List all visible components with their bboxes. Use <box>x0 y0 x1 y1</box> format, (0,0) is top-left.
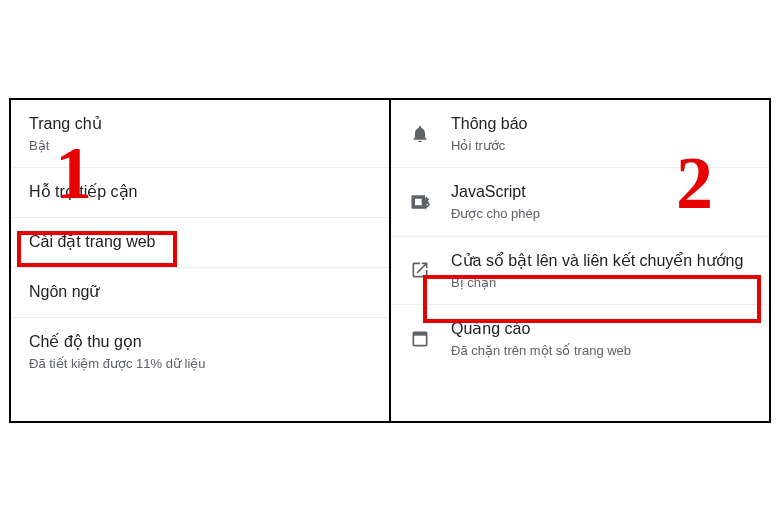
settings-item-accessibility[interactable]: Hỗ trợ tiếp cận <box>11 168 389 218</box>
item-title: Quảng cáo <box>451 319 753 340</box>
item-title: Hỗ trợ tiếp cận <box>29 182 373 203</box>
settings-item-language[interactable]: Ngôn ngữ <box>11 268 389 318</box>
ads-icon <box>409 328 431 350</box>
site-settings-pane-right: Thông báo Hỏi trước JavaScript Được cho … <box>391 100 769 421</box>
site-settings-item-javascript[interactable]: JavaScript Được cho phép <box>391 168 769 236</box>
instruction-figure: Trang chủ Bật Hỗ trợ tiếp cận Cài đặt tr… <box>9 98 771 423</box>
settings-pane-left: Trang chủ Bật Hỗ trợ tiếp cận Cài đặt tr… <box>11 100 391 421</box>
settings-item-site-settings[interactable]: Cài đặt trang web <box>11 218 389 268</box>
item-title: Cài đặt trang web <box>29 232 373 253</box>
settings-item-home[interactable]: Trang chủ Bật <box>11 100 389 168</box>
item-title: Chế độ thu gọn <box>29 332 373 353</box>
svg-rect-2 <box>413 332 426 335</box>
site-settings-item-popups[interactable]: Cửa sổ bật lên và liên kết chuyển hướng … <box>391 237 769 305</box>
popup-icon <box>409 259 431 281</box>
item-title: Ngôn ngữ <box>29 282 373 303</box>
item-subtitle: Đã tiết kiệm được 11% dữ liệu <box>29 356 373 372</box>
bell-icon <box>409 123 431 145</box>
item-title: Thông báo <box>451 114 753 135</box>
item-subtitle: Được cho phép <box>451 206 753 222</box>
site-settings-item-notifications[interactable]: Thông báo Hỏi trước <box>391 100 769 168</box>
item-title: JavaScript <box>451 182 753 203</box>
item-subtitle: Hỏi trước <box>451 138 753 154</box>
item-subtitle: Đã chặn trên một số trang web <box>451 343 753 359</box>
settings-item-lite-mode[interactable]: Chế độ thu gọn Đã tiết kiệm được 11% dữ … <box>11 318 389 385</box>
item-title: Trang chủ <box>29 114 373 135</box>
item-title: Cửa sổ bật lên và liên kết chuyển hướng <box>451 251 753 272</box>
item-subtitle: Bị chặn <box>451 275 753 291</box>
item-subtitle: Bật <box>29 138 373 154</box>
js-icon <box>409 191 431 213</box>
site-settings-item-ads[interactable]: Quảng cáo Đã chặn trên một số trang web <box>391 305 769 372</box>
